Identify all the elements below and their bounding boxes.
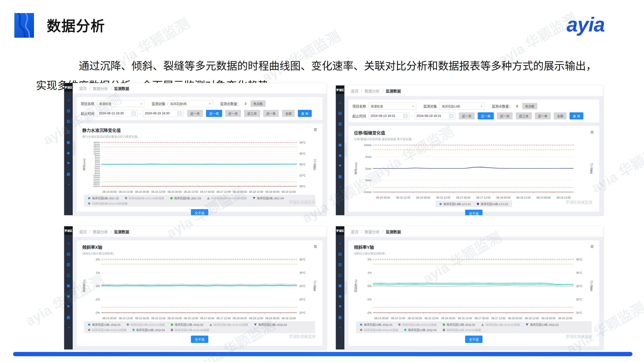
report-icon[interactable]: ▥ [338, 262, 342, 266]
chart-menu-icon[interactable]: ≡ [590, 244, 594, 249]
legend-item[interactable]: 海滨花园13栋-JGQ-04温度 [443, 328, 481, 332]
legend-item[interactable]: 海滨花园5栋-JGC-03的温度 [207, 196, 247, 200]
breadcrumb-home[interactable]: 首页 [79, 229, 87, 234]
calendar-icon[interactable] [403, 114, 407, 118]
breadcrumb-analysis[interactable]: 数据分析 [93, 86, 108, 91]
legend-item[interactable]: 海滨花园13栋-JGQ-02温度 [481, 323, 520, 327]
home-icon[interactable]: ⌂ [67, 241, 69, 245]
sidebar-expand-handle[interactable]: › [73, 281, 75, 295]
start-date-input[interactable]: 2024-08-13 16:30 [97, 110, 138, 117]
archive-icon[interactable]: ▦ [338, 315, 342, 319]
analysis-icon[interactable]: ▤ [338, 111, 342, 115]
chart-menu-icon[interactable]: ≡ [314, 244, 317, 249]
layout-map-button[interactable]: 布点图 [522, 103, 537, 109]
range-button[interactable]: 近一周 [478, 112, 494, 119]
legend-item[interactable]: 海滨花园13栋-JGQ-04温度 [171, 328, 209, 332]
analysis-icon[interactable]: ▤ [67, 252, 70, 256]
device-icon[interactable]: ▣ [338, 143, 342, 147]
range-button[interactable]: 全部 [282, 110, 295, 117]
sidebar-expand-handle[interactable]: › [344, 143, 347, 157]
monitor-icon[interactable]: ◱ [67, 273, 70, 277]
legend-item[interactable]: 海滨花园5栋-JGC-03 [170, 196, 201, 200]
calendar-icon[interactable] [132, 112, 136, 115]
sidebar-expand-handle[interactable]: › [344, 281, 347, 295]
breadcrumb-analysis[interactable]: 数据分析 [93, 229, 108, 234]
archive-icon[interactable]: ▦ [338, 174, 342, 178]
security-icon[interactable]: ◉ [338, 294, 342, 298]
range-button[interactable]: 近一天 [187, 110, 203, 117]
start-date-input[interactable]: 2024-08-13 16:31 [369, 112, 409, 119]
legend-item[interactable]: 海滨花园13栋-JGQ-02 [171, 323, 203, 327]
project-select[interactable]: 南澳街道∨ [97, 100, 145, 107]
flag-icon[interactable]: ⚑ [338, 305, 342, 308]
device-icon[interactable]: ▣ [67, 140, 70, 144]
range-button[interactable]: 近三月 [516, 112, 532, 119]
archive-icon[interactable]: ▦ [67, 172, 70, 176]
statistics-icon[interactable]: ◔ [339, 326, 341, 330]
legend-item[interactable]: 海滨花园13栋-JGQ-01 [88, 323, 120, 327]
breadcrumb-home[interactable]: 首页 [351, 88, 358, 94]
deselect-all-button[interactable]: 全不选 [191, 209, 208, 215]
breadcrumb-home[interactable]: 首页 [79, 86, 87, 91]
legend-item[interactable]: 海滨花园5栋-JGC-04的温度 [88, 201, 128, 205]
device-icon[interactable]: ▣ [67, 284, 70, 287]
range-button[interactable]: 近一年 [263, 110, 279, 117]
layout-map-button[interactable]: 布点图 [251, 100, 266, 107]
legend-item[interactable]: 海滨花园13栋-JGQ-04 [404, 328, 436, 332]
target-select[interactable]: 海滨花园14栋∨ [439, 103, 485, 110]
query-button[interactable]: 查 询 [298, 110, 311, 117]
statistics-icon[interactable]: ◔ [67, 183, 69, 186]
analysis-icon[interactable]: ▤ [338, 252, 342, 256]
breadcrumb-analysis[interactable]: 数据分析 [365, 229, 380, 234]
statistics-icon[interactable]: ◔ [339, 185, 341, 189]
home-icon[interactable]: ⌂ [339, 241, 341, 245]
monitor-icon[interactable]: ◱ [338, 132, 342, 136]
sidebar-expand-handle[interactable]: › [73, 141, 75, 156]
legend-item[interactable]: 海滨花园13栋-JGQ-01 [360, 323, 392, 327]
range-button[interactable]: 近一天 [459, 112, 475, 119]
legend-item[interactable]: 海滨花园13栋-JGQ-01温度 [127, 323, 165, 327]
chart-menu-icon[interactable]: ≡ [590, 129, 594, 135]
calendar-icon[interactable] [449, 114, 453, 118]
legend-item[interactable]: 海滨花园5栋-JGC-02 [88, 196, 119, 200]
range-button[interactable]: 近三月 [244, 110, 260, 117]
report-icon[interactable]: ▥ [338, 122, 342, 125]
report-icon[interactable]: ▥ [67, 262, 70, 266]
deselect-all-button[interactable]: 全不选 [465, 210, 482, 215]
monitor-icon[interactable]: ◱ [67, 130, 70, 133]
home-icon[interactable]: ⌂ [67, 98, 69, 102]
project-select[interactable]: 南澳街道∨ [369, 103, 416, 110]
legend-item[interactable]: 海滨花园13栋-JGQ-01温度 [398, 323, 436, 327]
legend-item[interactable]: 海滨花园13栋-JGQ-02温度 [210, 323, 248, 327]
legend-item[interactable]: 海滨花园14栋-LFJ-02 [477, 202, 508, 206]
legend-item[interactable]: 海滨花园13栋-JGQ-03温度 [88, 328, 126, 332]
legend-item[interactable]: 海滨花园5栋-JGC-02的温度 [125, 196, 164, 200]
archive-icon[interactable]: ▦ [67, 315, 70, 319]
chart-menu-icon[interactable]: ≡ [314, 127, 317, 132]
deselect-all-button[interactable]: 全不选 [465, 336, 482, 343]
breadcrumb-analysis[interactable]: 数据分析 [365, 88, 380, 94]
end-date-input[interactable]: 2024-08-19 16:30 [143, 110, 184, 117]
security-icon[interactable]: ◉ [338, 153, 342, 157]
range-button[interactable]: 近一月 [225, 110, 241, 117]
legend-item[interactable]: 海滨花园13栋-JGQ-03 [526, 323, 558, 327]
home-icon[interactable]: ⌂ [339, 101, 341, 104]
deselect-all-button[interactable]: 全不选 [191, 336, 208, 343]
calendar-icon[interactable] [178, 112, 182, 115]
security-icon[interactable]: ◉ [67, 151, 70, 155]
query-button[interactable]: 查 询 [570, 112, 583, 119]
analysis-icon[interactable]: ▤ [67, 109, 70, 112]
security-icon[interactable]: ◉ [67, 294, 70, 298]
flag-icon[interactable]: ⚑ [67, 305, 70, 308]
legend-item[interactable]: 海滨花园13栋-JGQ-02 [443, 323, 475, 327]
legend-item[interactable]: 海滨花园5栋-JGC-04 [253, 196, 284, 200]
range-button[interactable]: 近一月 [497, 112, 513, 119]
flag-icon[interactable]: ⚑ [338, 164, 342, 168]
statistics-icon[interactable]: ◔ [67, 326, 69, 330]
legend-item[interactable]: 海滨花园13栋-JGQ-03温度 [360, 328, 398, 332]
range-button[interactable]: 全部 [554, 112, 567, 119]
range-button[interactable]: 近一年 [535, 112, 551, 119]
report-icon[interactable]: ▥ [67, 119, 70, 123]
end-date-input[interactable]: 2024-08-19 16:31 [415, 112, 455, 119]
range-button[interactable]: 近一周 [206, 110, 222, 117]
